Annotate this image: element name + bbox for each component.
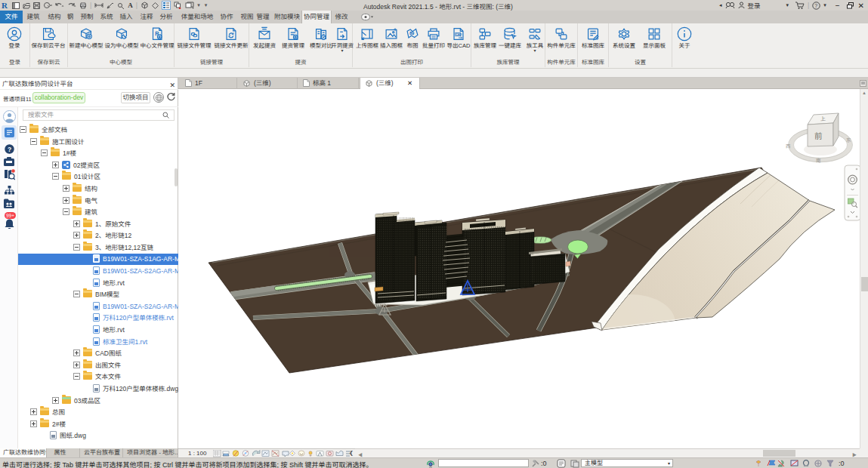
svg-text:西: 西: [786, 143, 791, 149]
svg-text:上: 上: [820, 116, 826, 122]
svg-text:?: ?: [814, 3, 817, 8]
svg-text:南: 南: [816, 158, 821, 163]
svg-text:?: ?: [8, 145, 11, 152]
svg-text:东: 东: [846, 137, 851, 143]
svg-text:R: R: [2, 2, 8, 10]
svg-text:前: 前: [814, 131, 823, 140]
